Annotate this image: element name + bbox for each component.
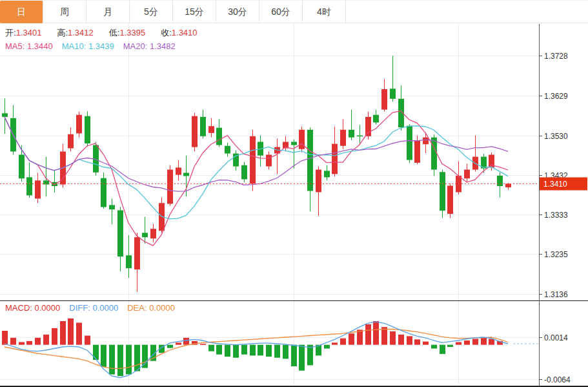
- ma10-readout: MA10: 1.3439: [62, 41, 114, 51]
- macd-y-axis-labels: 0.0014-0.0064: [539, 333, 571, 384]
- low-value: 1.3395: [119, 28, 145, 37]
- diff-label: DIFF:: [69, 303, 90, 313]
- svg-text:1.3333: 1.3333: [544, 211, 568, 220]
- close-value: 1.3410: [172, 28, 198, 37]
- ma10-value: 1.3439: [88, 41, 114, 51]
- dea-value-readout: DEA: 0.0000: [127, 303, 175, 313]
- ma-readout: MA5: 1.3440MA10: 1.3439MA20: 1.3482: [5, 41, 185, 51]
- ma20-label: MA20:: [123, 41, 148, 51]
- open-value: 1.3401: [16, 28, 42, 37]
- low-readout: 低:1.3395: [109, 28, 145, 37]
- macd-label: MACD:: [5, 303, 32, 313]
- high-value: 1.3412: [68, 28, 94, 37]
- low-label: 低:: [109, 28, 120, 37]
- dea-value: 0.0000: [149, 303, 175, 313]
- svg-text:1.3136: 1.3136: [544, 290, 568, 299]
- kline-chart[interactable]: 1.37281.36291.35301.34321.33331.32351.31…: [0, 0, 588, 387]
- candlestick-series: [2, 56, 511, 292]
- svg-text:0.0014: 0.0014: [544, 333, 568, 342]
- svg-text:1.3235: 1.3235: [544, 250, 568, 259]
- close-readout: 收:1.3410: [161, 28, 197, 37]
- diff-value-readout: DIFF: 0.0000: [69, 303, 118, 313]
- main-y-axis-labels: 1.37281.36291.35301.34321.33331.32351.31…: [539, 52, 568, 299]
- ma5-label: MA5:: [5, 41, 25, 51]
- high-readout: 高:1.3412: [57, 28, 93, 37]
- svg-text:1.3629: 1.3629: [544, 92, 568, 101]
- ma5-value: 1.3440: [27, 41, 53, 51]
- macd-readout: MACD: 0.0000DIFF: 0.0000DEA: 0.0000: [5, 303, 184, 313]
- ma10-label: MA10:: [62, 41, 86, 51]
- svg-text:1.3728: 1.3728: [544, 52, 568, 61]
- ma20-readout: MA20: 1.3482: [123, 41, 176, 51]
- open-label: 开:: [5, 28, 16, 37]
- current-price-badge: 1.3410: [540, 178, 587, 191]
- ma20-value: 1.3482: [150, 41, 176, 51]
- ohlc-readout: 开:1.3401高:1.3412低:1.3395收:1.3410: [5, 27, 213, 39]
- diff-value: 0.0000: [92, 303, 118, 313]
- macd-value: 0.0000: [35, 303, 61, 313]
- close-label: 收:: [161, 28, 172, 37]
- high-label: 高:: [57, 28, 68, 37]
- svg-text:1.3530: 1.3530: [544, 132, 568, 141]
- ma5-readout: MA5: 1.3440: [5, 41, 53, 51]
- kline-app: 日 周 月 5分 15分 30分 60分 4时 1.37281.36291.35…: [0, 0, 588, 387]
- time-gridlines: [129, 24, 459, 386]
- dea-label: DEA:: [127, 303, 147, 313]
- svg-text:-0.0064: -0.0064: [544, 375, 571, 384]
- macd-value-readout: MACD: 0.0000: [5, 303, 60, 313]
- svg-text:1.3410: 1.3410: [543, 180, 567, 189]
- open-readout: 开:1.3401: [5, 28, 41, 37]
